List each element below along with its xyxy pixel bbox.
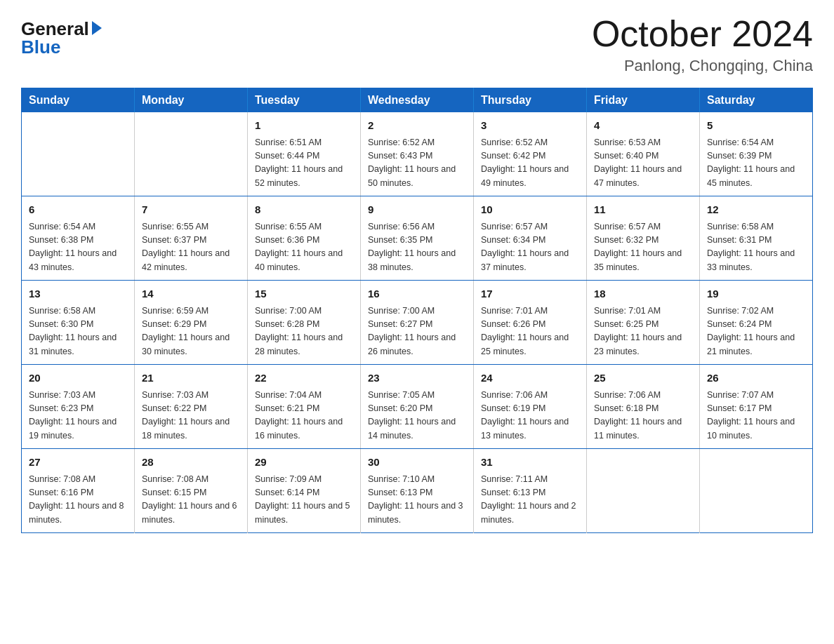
day-number: 5 — [707, 118, 805, 134]
calendar-cell: 31Sunrise: 7:11 AMSunset: 6:13 PMDayligh… — [474, 449, 587, 533]
day-info: Sunrise: 6:57 AMSunset: 6:32 PMDaylight:… — [594, 220, 692, 275]
calendar-cell: 17Sunrise: 7:01 AMSunset: 6:26 PMDayligh… — [474, 281, 587, 365]
calendar-cell: 3Sunrise: 6:52 AMSunset: 6:42 PMDaylight… — [474, 112, 587, 196]
col-header-tuesday: Tuesday — [248, 88, 361, 113]
day-info: Sunrise: 7:03 AMSunset: 6:23 PMDaylight:… — [29, 389, 127, 443]
calendar-week-row: 13Sunrise: 6:58 AMSunset: 6:30 PMDayligh… — [22, 281, 813, 365]
month-year-title: October 2024 — [592, 14, 813, 54]
calendar-cell: 21Sunrise: 7:03 AMSunset: 6:22 PMDayligh… — [135, 365, 248, 449]
day-info: Sunrise: 6:56 AMSunset: 6:35 PMDaylight:… — [368, 220, 466, 275]
col-header-sunday: Sunday — [22, 88, 135, 113]
day-info: Sunrise: 6:53 AMSunset: 6:40 PMDaylight:… — [594, 136, 692, 191]
day-number: 27 — [29, 455, 127, 471]
calendar-cell: 8Sunrise: 6:55 AMSunset: 6:36 PMDaylight… — [248, 196, 361, 281]
day-number: 23 — [368, 370, 466, 387]
day-info: Sunrise: 7:08 AMSunset: 6:16 PMDaylight:… — [29, 473, 127, 528]
day-number: 12 — [707, 202, 805, 218]
day-number: 31 — [481, 455, 579, 471]
day-info: Sunrise: 7:11 AMSunset: 6:13 PMDaylight:… — [481, 473, 579, 528]
day-number: 4 — [594, 118, 692, 134]
calendar-week-row: 6Sunrise: 6:54 AMSunset: 6:38 PMDaylight… — [22, 196, 813, 281]
day-number: 17 — [481, 286, 579, 302]
calendar-cell: 15Sunrise: 7:00 AMSunset: 6:28 PMDayligh… — [248, 281, 361, 365]
day-number: 11 — [594, 202, 692, 218]
day-info: Sunrise: 7:01 AMSunset: 6:25 PMDaylight:… — [594, 304, 692, 359]
logo-general-text: General — [21, 20, 89, 38]
day-info: Sunrise: 6:52 AMSunset: 6:43 PMDaylight:… — [368, 136, 466, 191]
col-header-thursday: Thursday — [474, 88, 587, 113]
day-number: 1 — [255, 118, 353, 134]
day-info: Sunrise: 6:57 AMSunset: 6:34 PMDaylight:… — [481, 220, 579, 275]
day-number: 20 — [29, 370, 127, 387]
day-number: 7 — [142, 202, 240, 218]
header: General Blue October 2024 Panlong, Chong… — [21, 14, 813, 75]
day-info: Sunrise: 7:02 AMSunset: 6:24 PMDaylight:… — [707, 304, 805, 359]
calendar-cell: 9Sunrise: 6:56 AMSunset: 6:35 PMDaylight… — [361, 196, 474, 281]
day-info: Sunrise: 6:59 AMSunset: 6:29 PMDaylight:… — [142, 304, 240, 359]
day-number: 14 — [142, 286, 240, 302]
calendar-cell: 30Sunrise: 7:10 AMSunset: 6:13 PMDayligh… — [361, 449, 474, 533]
col-header-friday: Friday — [587, 88, 700, 113]
logo-arrow-icon — [92, 21, 102, 35]
calendar-cell — [135, 112, 248, 196]
day-info: Sunrise: 7:10 AMSunset: 6:13 PMDaylight:… — [368, 473, 466, 528]
calendar-week-row: 1Sunrise: 6:51 AMSunset: 6:44 PMDaylight… — [22, 112, 813, 196]
calendar-cell: 18Sunrise: 7:01 AMSunset: 6:25 PMDayligh… — [587, 281, 700, 365]
calendar-cell: 6Sunrise: 6:54 AMSunset: 6:38 PMDaylight… — [22, 196, 135, 281]
day-info: Sunrise: 7:05 AMSunset: 6:20 PMDaylight:… — [368, 389, 466, 443]
day-info: Sunrise: 6:58 AMSunset: 6:30 PMDaylight:… — [29, 304, 127, 359]
col-header-saturday: Saturday — [700, 88, 813, 113]
calendar-cell: 24Sunrise: 7:06 AMSunset: 6:19 PMDayligh… — [474, 365, 587, 449]
day-info: Sunrise: 7:06 AMSunset: 6:18 PMDaylight:… — [594, 389, 692, 443]
day-info: Sunrise: 6:55 AMSunset: 6:37 PMDaylight:… — [142, 220, 240, 275]
day-number: 16 — [368, 286, 466, 302]
day-info: Sunrise: 7:08 AMSunset: 6:15 PMDaylight:… — [142, 473, 240, 528]
calendar-cell: 22Sunrise: 7:04 AMSunset: 6:21 PMDayligh… — [248, 365, 361, 449]
calendar-cell: 14Sunrise: 6:59 AMSunset: 6:29 PMDayligh… — [135, 281, 248, 365]
calendar-cell: 2Sunrise: 6:52 AMSunset: 6:43 PMDaylight… — [361, 112, 474, 196]
day-info: Sunrise: 7:04 AMSunset: 6:21 PMDaylight:… — [255, 389, 353, 443]
day-number: 25 — [594, 370, 692, 387]
day-number: 21 — [142, 370, 240, 387]
calendar-cell: 27Sunrise: 7:08 AMSunset: 6:16 PMDayligh… — [22, 449, 135, 533]
day-info: Sunrise: 6:55 AMSunset: 6:36 PMDaylight:… — [255, 220, 353, 275]
calendar-cell: 5Sunrise: 6:54 AMSunset: 6:39 PMDaylight… — [700, 112, 813, 196]
day-number: 22 — [255, 370, 353, 387]
day-info: Sunrise: 7:07 AMSunset: 6:17 PMDaylight:… — [707, 389, 805, 443]
day-info: Sunrise: 6:51 AMSunset: 6:44 PMDaylight:… — [255, 136, 353, 191]
day-number: 15 — [255, 286, 353, 302]
day-info: Sunrise: 7:00 AMSunset: 6:27 PMDaylight:… — [368, 304, 466, 359]
calendar-cell: 16Sunrise: 7:00 AMSunset: 6:27 PMDayligh… — [361, 281, 474, 365]
col-header-wednesday: Wednesday — [361, 88, 474, 113]
calendar-cell: 4Sunrise: 6:53 AMSunset: 6:40 PMDaylight… — [587, 112, 700, 196]
day-number: 24 — [481, 370, 579, 387]
calendar-cell: 28Sunrise: 7:08 AMSunset: 6:15 PMDayligh… — [135, 449, 248, 533]
calendar-cell: 23Sunrise: 7:05 AMSunset: 6:20 PMDayligh… — [361, 365, 474, 449]
col-header-monday: Monday — [135, 88, 248, 113]
calendar-cell: 26Sunrise: 7:07 AMSunset: 6:17 PMDayligh… — [700, 365, 813, 449]
day-number: 18 — [594, 286, 692, 302]
day-info: Sunrise: 7:01 AMSunset: 6:26 PMDaylight:… — [481, 304, 579, 359]
calendar-cell: 19Sunrise: 7:02 AMSunset: 6:24 PMDayligh… — [700, 281, 813, 365]
day-number: 6 — [29, 202, 127, 218]
day-info: Sunrise: 6:58 AMSunset: 6:31 PMDaylight:… — [707, 220, 805, 275]
calendar-cell: 11Sunrise: 6:57 AMSunset: 6:32 PMDayligh… — [587, 196, 700, 281]
day-info: Sunrise: 6:54 AMSunset: 6:38 PMDaylight:… — [29, 220, 127, 275]
calendar-cell: 20Sunrise: 7:03 AMSunset: 6:23 PMDayligh… — [22, 365, 135, 449]
calendar-cell — [22, 112, 135, 196]
day-number: 29 — [255, 455, 353, 471]
day-number: 26 — [707, 370, 805, 387]
day-number: 19 — [707, 286, 805, 302]
logo: General Blue — [21, 14, 102, 56]
calendar-week-row: 20Sunrise: 7:03 AMSunset: 6:23 PMDayligh… — [22, 365, 813, 449]
calendar-week-row: 27Sunrise: 7:08 AMSunset: 6:16 PMDayligh… — [22, 449, 813, 533]
day-number: 30 — [368, 455, 466, 471]
day-number: 8 — [255, 202, 353, 218]
day-info: Sunrise: 7:06 AMSunset: 6:19 PMDaylight:… — [481, 389, 579, 443]
day-number: 28 — [142, 455, 240, 471]
calendar-cell: 13Sunrise: 6:58 AMSunset: 6:30 PMDayligh… — [22, 281, 135, 365]
day-number: 10 — [481, 202, 579, 218]
day-number: 2 — [368, 118, 466, 134]
title-area: October 2024 Panlong, Chongqing, China — [592, 14, 813, 75]
day-info: Sunrise: 7:09 AMSunset: 6:14 PMDaylight:… — [255, 473, 353, 528]
